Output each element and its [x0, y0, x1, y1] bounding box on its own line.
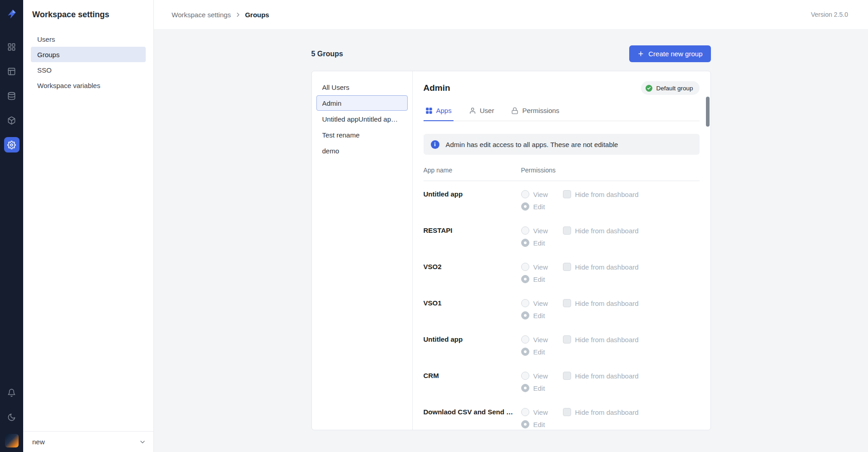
workflows-nav-icon[interactable]	[4, 64, 20, 79]
hide-from-dashboard-checkbox[interactable]: Hide from dashboard	[563, 190, 639, 198]
view-permission-radio[interactable]: View	[521, 263, 563, 271]
edit-permission-radio[interactable]: Edit	[521, 202, 545, 211]
app-name: Untitled app	[424, 335, 521, 363]
workspace-switcher[interactable]: new	[23, 431, 153, 452]
radio-icon	[521, 335, 529, 344]
hide-label: Hide from dashboard	[575, 408, 639, 416]
edit-label: Edit	[533, 421, 545, 428]
view-label: View	[533, 372, 548, 380]
content-area: 5 Groups Create new group All Users Admi…	[154, 29, 868, 452]
scrollbar-thumb[interactable]	[706, 97, 710, 127]
hide-from-dashboard-checkbox[interactable]: Hide from dashboard	[563, 408, 639, 416]
app-permissions-row: Downlaod CSV and Send attac… View Hide f…	[424, 399, 700, 430]
app-name: Untitled app	[424, 190, 521, 217]
apps-nav-icon[interactable]	[4, 39, 20, 54]
groups-card: All Users Admin Untitled appUntitled app…	[311, 71, 711, 430]
hide-from-dashboard-checkbox[interactable]: Hide from dashboard	[563, 372, 639, 380]
sidebar-title: Workspace settings	[23, 0, 153, 20]
group-name: Test rename	[322, 131, 360, 139]
checkbox-icon	[563, 408, 571, 416]
group-list-item[interactable]: Test rename	[316, 127, 408, 142]
hide-from-dashboard-checkbox[interactable]: Hide from dashboard	[563, 335, 639, 344]
sidebar-nav-item[interactable]: Users	[31, 31, 146, 47]
checkbox-icon	[563, 190, 571, 198]
table-header: App name Permissions	[424, 159, 700, 181]
group-title: Admin	[424, 83, 450, 93]
view-permission-radio[interactable]: View	[521, 408, 563, 416]
tab-apps[interactable]: Apps	[424, 104, 454, 121]
marketplace-nav-icon[interactable]	[4, 113, 20, 128]
edit-permission-radio[interactable]: Edit	[521, 275, 545, 283]
edit-label: Edit	[533, 384, 545, 392]
radio-icon	[521, 299, 529, 307]
edit-permission-radio[interactable]: Edit	[521, 348, 545, 356]
radio-icon	[521, 263, 529, 271]
view-permission-radio[interactable]: View	[521, 190, 563, 198]
edit-label: Edit	[533, 275, 545, 283]
version-label: Version 2.5.0	[811, 11, 848, 18]
workspace-name: new	[32, 438, 45, 446]
breadcrumb-root[interactable]: Workspace settings	[172, 11, 231, 19]
hide-from-dashboard-checkbox[interactable]: Hide from dashboard	[563, 226, 639, 235]
app-permissions-row: Untitled app View Hide from dashboard Ed…	[424, 326, 700, 363]
radio-icon	[521, 311, 529, 319]
create-new-group-label: Create new group	[648, 50, 702, 58]
plus-icon	[637, 50, 644, 57]
hide-label: Hide from dashboard	[575, 372, 639, 380]
hide-from-dashboard-checkbox[interactable]: Hide from dashboard	[563, 299, 639, 307]
user-icon	[469, 107, 476, 114]
dark-mode-moon-icon[interactable]	[4, 409, 20, 425]
hide-label: Hide from dashboard	[575, 191, 639, 198]
group-list-item[interactable]: Admin	[316, 95, 408, 111]
notice-text: Admin has edit access to all apps. These…	[446, 141, 618, 148]
edit-permission-radio[interactable]: Edit	[521, 420, 545, 428]
view-permission-radio[interactable]: View	[521, 226, 563, 235]
notifications-bell-icon[interactable]	[4, 385, 20, 400]
radio-icon	[521, 202, 529, 211]
sidebar-nav-item[interactable]: Groups	[31, 47, 146, 62]
edit-label: Edit	[533, 239, 545, 247]
settings-nav-icon[interactable]	[4, 137, 20, 152]
radio-icon	[521, 408, 529, 416]
radio-icon	[521, 239, 529, 247]
checkbox-icon	[563, 335, 571, 344]
group-list-item[interactable]: demo	[316, 143, 408, 158]
edit-permission-radio[interactable]: Edit	[521, 239, 545, 247]
group-list-item[interactable]: All Users	[316, 79, 408, 95]
view-label: View	[533, 227, 548, 235]
workspace-settings-app: Workspace settings Users Groups SSO Work…	[0, 0, 868, 452]
sidebar-nav-item-label: SSO	[37, 66, 52, 74]
hide-from-dashboard-checkbox[interactable]: Hide from dashboard	[563, 263, 639, 271]
tab-user[interactable]: User	[467, 104, 496, 121]
tab-user-label: User	[480, 107, 494, 114]
view-permission-radio[interactable]: View	[521, 372, 563, 380]
edit-permission-radio[interactable]: Edit	[521, 384, 545, 392]
view-label: View	[533, 263, 548, 271]
hide-label: Hide from dashboard	[575, 263, 639, 271]
group-name: Admin	[322, 99, 342, 107]
checkbox-icon	[563, 372, 571, 380]
app-permissions-row: VSO2 View Hide from dashboard Edit	[424, 254, 700, 290]
apps-table-body: Untitled app View Hide from dashboard Ed…	[424, 181, 700, 430]
view-permission-radio[interactable]: View	[521, 335, 563, 344]
app-name: Downlaod CSV and Send attac…	[424, 408, 521, 430]
apps-grid-icon	[425, 107, 433, 114]
view-permission-radio[interactable]: View	[521, 299, 563, 307]
app-logo[interactable]	[4, 6, 20, 22]
breadcrumb-current: Groups	[245, 11, 269, 19]
user-avatar[interactable]	[5, 434, 19, 447]
database-nav-icon[interactable]	[4, 88, 20, 103]
tab-permissions[interactable]: Permissions	[509, 104, 561, 121]
tab-permissions-label: Permissions	[522, 107, 559, 114]
create-new-group-button[interactable]: Create new group	[629, 45, 710, 62]
group-name: demo	[322, 147, 340, 155]
main-area: Workspace settings Groups Version 2.5.0 …	[154, 0, 868, 452]
edit-permission-radio[interactable]: Edit	[521, 311, 545, 319]
group-list-item[interactable]: Untitled appUntitled appUntitle…	[316, 111, 408, 127]
column-header-permissions: Permissions	[521, 167, 700, 174]
sidebar-nav-item[interactable]: Workspace variables	[31, 78, 146, 93]
apps-permissions-table: App name Permissions Untitled app View H…	[424, 159, 700, 430]
view-label: View	[533, 336, 548, 344]
sidebar-nav-item[interactable]: SSO	[31, 62, 146, 78]
default-group-badge: Default group	[641, 81, 699, 95]
